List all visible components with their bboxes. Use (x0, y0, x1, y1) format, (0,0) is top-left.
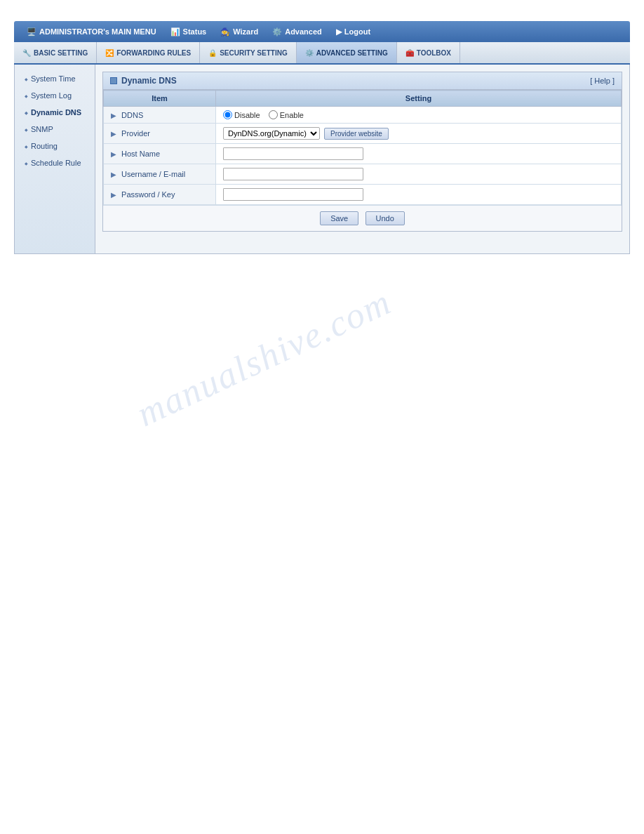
toolbox-icon: 🧰 (405, 49, 414, 57)
table-row: ▶ Host Name (104, 144, 622, 164)
row-arrow: ▶ (111, 191, 116, 199)
logout-icon: ▶ (336, 27, 342, 37)
row-arrow: ▶ (111, 130, 116, 138)
tab-basic-setting[interactable]: 🔧 BASIC SETTING (14, 42, 97, 63)
main-layout: System Time System Log Dynamic DNS SNMP … (14, 65, 630, 254)
save-button[interactable]: Save (320, 211, 358, 225)
advanced-setting-icon: ⚙️ (305, 49, 314, 57)
col-item: Item (104, 91, 216, 107)
table-row: ▶ Provider DynDNS.org(Dynamic) Provider … (104, 124, 622, 144)
ddns-setting: Disable Enable (216, 107, 622, 124)
panel-title: Dynamic DNS (110, 76, 177, 86)
provider-select[interactable]: DynDNS.org(Dynamic) (223, 127, 320, 140)
security-setting-icon: 🔒 (208, 49, 217, 57)
forwarding-rules-icon: 🔀 (105, 49, 114, 57)
panel-help-link[interactable]: [ Help ] (590, 77, 615, 85)
username-input[interactable] (223, 168, 363, 180)
password-setting (216, 185, 622, 205)
second-nav-bar: 🔧 BASIC SETTING 🔀 FORWARDING RULES 🔒 SEC… (14, 42, 630, 65)
ddns-radio-group: Disable Enable (223, 110, 614, 119)
tab-forwarding-rules[interactable]: 🔀 FORWARDING RULES (97, 42, 200, 63)
nav-wizard[interactable]: 🧙 Wizard (213, 21, 265, 42)
undo-button[interactable]: Undo (365, 211, 405, 225)
sidebar-item-system-log[interactable]: System Log (15, 87, 95, 104)
ddns-enable-radio[interactable] (269, 110, 278, 119)
row-arrow: ▶ (111, 150, 116, 158)
table-row: ▶ Password / Key (104, 185, 622, 205)
table-row: ▶ Username / E-mail (104, 164, 622, 185)
panel-header: Dynamic DNS [ Help ] (103, 72, 622, 90)
nav-logout[interactable]: ▶ Logout (329, 21, 377, 42)
sidebar-item-schedule-rule[interactable]: Schedule Rule (15, 154, 95, 171)
watermark: manualshive.com (130, 281, 398, 435)
sidebar-item-system-time[interactable]: System Time (15, 70, 95, 87)
button-row: Save Undo (103, 205, 622, 231)
top-nav: 🖥️ ADMINISTRATOR's MAIN MENU 📊 Status 🧙 … (14, 21, 630, 65)
username-label: ▶ Username / E-mail (104, 164, 216, 185)
tab-security-setting[interactable]: 🔒 SECURITY SETTING (200, 42, 297, 63)
tab-advanced-setting[interactable]: ⚙️ ADVANCED SETTING (297, 42, 397, 63)
dynamic-dns-panel: Dynamic DNS [ Help ] Item Setting (102, 72, 622, 232)
col-setting: Setting (216, 91, 622, 107)
advanced-icon: ⚙️ (272, 27, 282, 37)
provider-row: DynDNS.org(Dynamic) Provider website (223, 127, 614, 140)
content-area: Dynamic DNS [ Help ] Item Setting (95, 65, 629, 253)
provider-website-button[interactable]: Provider website (324, 128, 389, 140)
row-arrow: ▶ (111, 112, 116, 119)
row-arrow: ▶ (111, 171, 116, 178)
admin-menu-title[interactable]: 🖥️ ADMINISTRATOR's MAIN MENU (20, 27, 163, 37)
sidebar-item-routing[interactable]: Routing (15, 138, 95, 154)
ddns-label: ▶ DDNS (104, 107, 216, 124)
panel-title-icon (110, 77, 117, 84)
status-icon: 📊 (170, 27, 180, 37)
username-setting (216, 164, 622, 185)
wizard-icon: 🧙 (220, 27, 230, 37)
ddns-disable-radio[interactable] (223, 110, 232, 119)
settings-table: Item Setting ▶ DDNS (103, 90, 622, 205)
nav-status[interactable]: 📊 Status (163, 21, 214, 42)
provider-setting: DynDNS.org(Dynamic) Provider website (216, 124, 622, 144)
ddns-disable-label[interactable]: Disable (223, 110, 260, 119)
password-label: ▶ Password / Key (104, 185, 216, 205)
sidebar-item-dynamic-dns[interactable]: Dynamic DNS (15, 104, 95, 121)
provider-label: ▶ Provider (104, 124, 216, 144)
sidebar-item-snmp[interactable]: SNMP (15, 121, 95, 138)
admin-icon: 🖥️ (27, 27, 36, 37)
basic-setting-icon: 🔧 (22, 49, 31, 57)
hostname-input[interactable] (223, 147, 363, 160)
table-row: ▶ DDNS Disable (104, 107, 622, 124)
tab-toolbox[interactable]: 🧰 TOOLBOX (397, 42, 460, 63)
sidebar: System Time System Log Dynamic DNS SNMP … (15, 65, 95, 253)
hostname-setting (216, 144, 622, 164)
nav-advanced[interactable]: ⚙️ Advanced (265, 21, 329, 42)
password-input[interactable] (223, 188, 363, 201)
ddns-enable-label[interactable]: Enable (269, 110, 304, 119)
hostname-label: ▶ Host Name (104, 144, 216, 164)
